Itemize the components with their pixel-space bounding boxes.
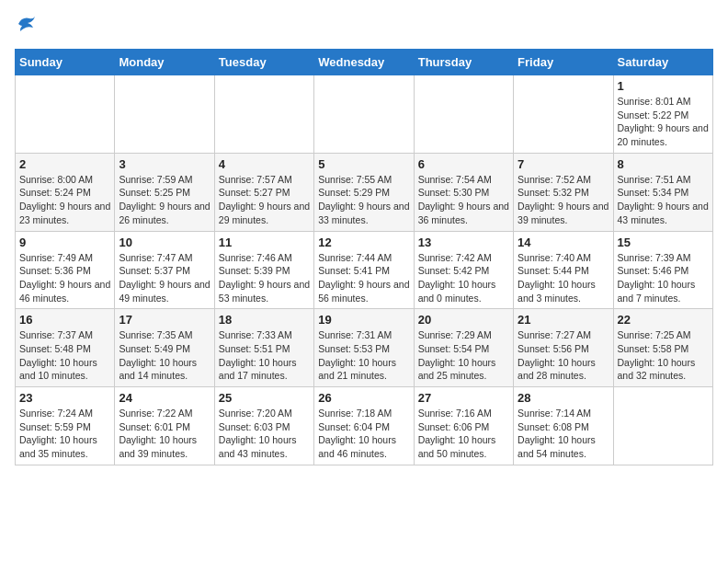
header-friday: Friday [514, 50, 613, 75]
calendar-cell: 1Sunrise: 8:01 AM Sunset: 5:22 PM Daylig… [613, 75, 712, 154]
calendar-cell [16, 75, 115, 154]
calendar-week-row: 1Sunrise: 8:01 AM Sunset: 5:22 PM Daylig… [16, 75, 713, 154]
calendar-week-row: 2Sunrise: 8:00 AM Sunset: 5:24 PM Daylig… [16, 153, 713, 231]
day-info: Sunrise: 8:00 AM Sunset: 5:24 PM Dayligh… [19, 173, 110, 227]
calendar-cell: 14Sunrise: 7:40 AM Sunset: 5:44 PM Dayli… [514, 231, 613, 309]
day-info: Sunrise: 7:22 AM Sunset: 6:01 PM Dayligh… [119, 407, 210, 461]
day-number: 17 [119, 313, 210, 327]
calendar-cell: 18Sunrise: 7:33 AM Sunset: 5:51 PM Dayli… [214, 309, 313, 387]
day-info: Sunrise: 7:39 AM Sunset: 5:46 PM Dayligh… [618, 251, 709, 305]
day-info: Sunrise: 7:44 AM Sunset: 5:41 PM Dayligh… [318, 251, 409, 305]
day-number: 1 [618, 79, 709, 93]
header-sunday: Sunday [16, 50, 115, 75]
calendar-cell: 15Sunrise: 7:39 AM Sunset: 5:46 PM Dayli… [613, 231, 712, 309]
day-number: 26 [318, 391, 409, 405]
day-info: Sunrise: 7:51 AM Sunset: 5:34 PM Dayligh… [618, 173, 709, 227]
day-info: Sunrise: 7:31 AM Sunset: 5:53 PM Dayligh… [318, 328, 409, 383]
day-number: 18 [219, 313, 310, 327]
calendar-cell [613, 387, 712, 465]
day-info: Sunrise: 7:27 AM Sunset: 5:56 PM Dayligh… [518, 328, 609, 383]
calendar-cell [514, 75, 613, 154]
day-number: 14 [518, 236, 609, 249]
calendar-cell: 4Sunrise: 7:57 AM Sunset: 5:27 PM Daylig… [214, 153, 313, 231]
day-number: 21 [518, 313, 609, 327]
day-number: 15 [618, 236, 709, 249]
day-info: Sunrise: 7:20 AM Sunset: 6:03 PM Dayligh… [219, 407, 310, 461]
day-number: 19 [318, 313, 409, 327]
day-info: Sunrise: 7:59 AM Sunset: 5:25 PM Dayligh… [119, 173, 210, 227]
calendar-cell: 24Sunrise: 7:22 AM Sunset: 6:01 PM Dayli… [115, 387, 214, 465]
logo [15, 15, 37, 38]
day-info: Sunrise: 7:24 AM Sunset: 5:59 PM Dayligh… [19, 407, 110, 461]
calendar-cell: 5Sunrise: 7:55 AM Sunset: 5:29 PM Daylig… [314, 153, 414, 231]
calendar-cell: 27Sunrise: 7:16 AM Sunset: 6:06 PM Dayli… [414, 387, 513, 465]
day-info: Sunrise: 7:54 AM Sunset: 5:30 PM Dayligh… [418, 173, 509, 227]
day-info: Sunrise: 7:18 AM Sunset: 6:04 PM Dayligh… [318, 407, 409, 461]
calendar-week-row: 16Sunrise: 7:37 AM Sunset: 5:48 PM Dayli… [16, 309, 713, 387]
header-monday: Monday [115, 50, 214, 75]
calendar-cell: 20Sunrise: 7:29 AM Sunset: 5:54 PM Dayli… [414, 309, 513, 387]
calendar-cell: 23Sunrise: 7:24 AM Sunset: 5:59 PM Dayli… [16, 387, 115, 465]
day-number: 7 [518, 157, 609, 171]
day-number: 11 [219, 236, 310, 249]
day-info: Sunrise: 7:55 AM Sunset: 5:29 PM Dayligh… [318, 173, 409, 227]
day-number: 5 [318, 157, 409, 171]
day-number: 28 [518, 391, 609, 405]
day-info: Sunrise: 7:16 AM Sunset: 6:06 PM Dayligh… [418, 407, 509, 461]
calendar-cell [115, 75, 214, 154]
calendar-week-row: 23Sunrise: 7:24 AM Sunset: 5:59 PM Dayli… [16, 387, 713, 465]
header-wednesday: Wednesday [314, 50, 414, 75]
header-thursday: Thursday [414, 50, 513, 75]
day-info: Sunrise: 7:57 AM Sunset: 5:27 PM Dayligh… [219, 173, 310, 227]
day-number: 27 [418, 391, 509, 405]
calendar-cell: 11Sunrise: 7:46 AM Sunset: 5:39 PM Dayli… [214, 231, 313, 309]
calendar-cell: 8Sunrise: 7:51 AM Sunset: 5:34 PM Daylig… [613, 153, 712, 231]
day-info: Sunrise: 7:37 AM Sunset: 5:48 PM Dayligh… [19, 328, 110, 383]
day-info: Sunrise: 7:14 AM Sunset: 6:08 PM Dayligh… [518, 407, 609, 461]
day-number: 23 [19, 391, 110, 405]
day-number: 2 [19, 157, 110, 171]
calendar-cell: 19Sunrise: 7:31 AM Sunset: 5:53 PM Dayli… [314, 309, 414, 387]
day-number: 3 [119, 157, 210, 171]
day-info: Sunrise: 8:01 AM Sunset: 5:22 PM Dayligh… [618, 95, 709, 149]
day-info: Sunrise: 7:40 AM Sunset: 5:44 PM Dayligh… [518, 251, 609, 305]
calendar-cell: 6Sunrise: 7:54 AM Sunset: 5:30 PM Daylig… [414, 153, 513, 231]
day-info: Sunrise: 7:35 AM Sunset: 5:49 PM Dayligh… [119, 328, 210, 383]
calendar-cell: 17Sunrise: 7:35 AM Sunset: 5:49 PM Dayli… [115, 309, 214, 387]
calendar-cell: 21Sunrise: 7:27 AM Sunset: 5:56 PM Dayli… [514, 309, 613, 387]
calendar-cell: 28Sunrise: 7:14 AM Sunset: 6:08 PM Dayli… [514, 387, 613, 465]
logo-bird-icon [17, 15, 37, 38]
day-number: 20 [418, 313, 509, 327]
calendar-cell: 25Sunrise: 7:20 AM Sunset: 6:03 PM Dayli… [214, 387, 313, 465]
calendar-cell [314, 75, 414, 154]
day-number: 10 [119, 236, 210, 249]
day-info: Sunrise: 7:46 AM Sunset: 5:39 PM Dayligh… [219, 251, 310, 305]
day-info: Sunrise: 7:42 AM Sunset: 5:42 PM Dayligh… [418, 251, 509, 305]
calendar-cell: 16Sunrise: 7:37 AM Sunset: 5:48 PM Dayli… [16, 309, 115, 387]
calendar-cell: 26Sunrise: 7:18 AM Sunset: 6:04 PM Dayli… [314, 387, 414, 465]
calendar-table: SundayMondayTuesdayWednesdayThursdayFrid… [15, 49, 713, 465]
day-number: 22 [618, 313, 709, 327]
day-number: 9 [19, 236, 110, 249]
day-info: Sunrise: 7:52 AM Sunset: 5:32 PM Dayligh… [518, 173, 609, 227]
day-number: 6 [418, 157, 509, 171]
header-tuesday: Tuesday [214, 50, 313, 75]
day-number: 4 [219, 157, 310, 171]
day-info: Sunrise: 7:33 AM Sunset: 5:51 PM Dayligh… [219, 328, 310, 383]
calendar-cell: 13Sunrise: 7:42 AM Sunset: 5:42 PM Dayli… [414, 231, 513, 309]
calendar-week-row: 9Sunrise: 7:49 AM Sunset: 5:36 PM Daylig… [16, 231, 713, 309]
day-number: 8 [618, 157, 709, 171]
calendar-cell: 10Sunrise: 7:47 AM Sunset: 5:37 PM Dayli… [115, 231, 214, 309]
calendar-cell: 7Sunrise: 7:52 AM Sunset: 5:32 PM Daylig… [514, 153, 613, 231]
day-number: 13 [418, 236, 509, 249]
calendar-cell: 3Sunrise: 7:59 AM Sunset: 5:25 PM Daylig… [115, 153, 214, 231]
calendar-cell: 12Sunrise: 7:44 AM Sunset: 5:41 PM Dayli… [314, 231, 414, 309]
day-number: 16 [19, 313, 110, 327]
day-number: 24 [119, 391, 210, 405]
calendar-cell: 9Sunrise: 7:49 AM Sunset: 5:36 PM Daylig… [16, 231, 115, 309]
page-header [15, 15, 713, 38]
calendar-cell [214, 75, 313, 154]
calendar-cell [414, 75, 513, 154]
header-saturday: Saturday [613, 50, 712, 75]
calendar-cell: 2Sunrise: 8:00 AM Sunset: 5:24 PM Daylig… [16, 153, 115, 231]
